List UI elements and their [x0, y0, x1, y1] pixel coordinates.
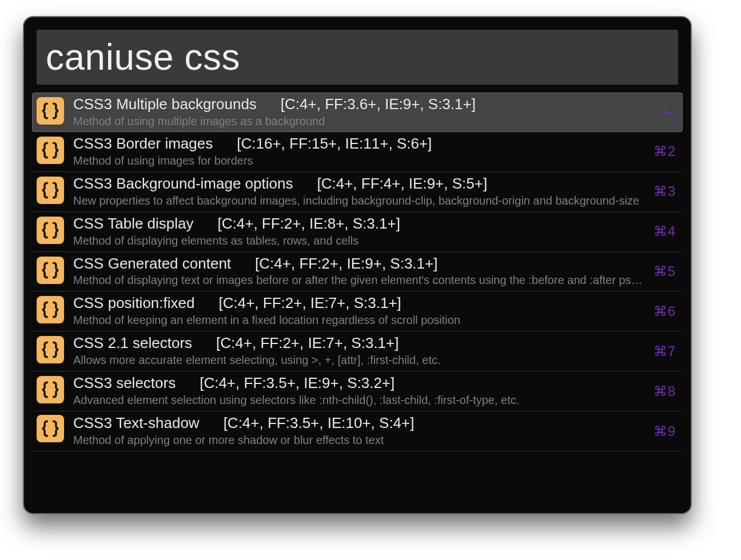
search-input[interactable]: [45, 35, 670, 79]
result-compat: [C:4+, FF:3.5+, IE:9+, S:3.2+]: [200, 375, 395, 392]
result-description: Method of keeping an element in a fixed …: [73, 313, 648, 327]
result-shortcut: ⌘6: [648, 303, 676, 319]
result-description: Method of applying one or more shadow or…: [73, 433, 648, 447]
result-shortcut: ⌘4: [648, 223, 676, 239]
result-description: New properties to affect background imag…: [73, 194, 648, 208]
result-row[interactable]: CSS3 Border images [C:16+, FF:15+, IE:11…: [32, 132, 683, 172]
result-description: Method of displaying text or images befo…: [73, 273, 648, 287]
result-text: CSS Table display [C:4+, FF:2+, IE:8+, S…: [73, 215, 648, 248]
results-list: CSS3 Multiple backgrounds [C:4+, FF:3.6+…: [32, 93, 683, 451]
result-shortcut: ⌘3: [648, 183, 676, 199]
result-shortcut: ⌘5: [648, 263, 676, 279]
braces-icon: [37, 415, 64, 442]
result-text: CSS3 Text-shadow [C:4+, FF:3.5+, IE:10+,…: [73, 415, 648, 447]
result-compat: [C:4+, FF:2+, IE:9+, S:3.1+]: [255, 255, 437, 273]
result-row[interactable]: CSS position:fixed [C:4+, FF:2+, IE:7+, …: [32, 291, 683, 331]
result-compat: [C:4+, FF:3.6+, IE:9+, S:3.1+]: [281, 96, 476, 113]
result-compat: [C:4+, FF:2+, IE:7+, S:3.1+]: [218, 295, 401, 312]
result-row[interactable]: CSS3 Text-shadow [C:4+, FF:3.5+, IE:10+,…: [32, 411, 683, 451]
braces-icon: [37, 97, 64, 125]
result-title: CSS3 Text-shadow: [73, 415, 200, 432]
result-shortcut: ⌘8: [648, 383, 676, 399]
result-row[interactable]: CSS3 Multiple backgrounds [C:4+, FF:3.6+…: [32, 93, 683, 132]
result-title: CSS Generated content: [73, 255, 231, 273]
result-description: Method of using images for borders: [73, 154, 648, 168]
result-compat: [C:4+, FF:4+, IE:9+, S:5+]: [317, 175, 487, 193]
result-text: CSS3 Multiple backgrounds [C:4+, FF:3.6+…: [73, 96, 657, 129]
result-compat: [C:4+, FF:2+, IE:8+, S:3.1+]: [218, 215, 400, 233]
result-compat: [C:4+, FF:3.5+, IE:10+, S:4+]: [224, 415, 415, 432]
result-title: CSS3 Multiple backgrounds: [73, 96, 257, 113]
result-row[interactable]: CSS Generated content [C:4+, FF:2+, IE:9…: [32, 252, 683, 292]
result-row[interactable]: CSS Table display [C:4+, FF:2+, IE:8+, S…: [32, 212, 683, 252]
result-description: Advanced element selection using selecto…: [73, 393, 648, 407]
result-title: CSS position:fixed: [73, 295, 194, 312]
braces-icon: [37, 296, 64, 323]
result-text: CSS3 selectors [C:4+, FF:3.5+, IE:9+, S:…: [73, 375, 648, 407]
result-row[interactable]: CSS 2.1 selectors [C:4+, FF:2+, IE:7+, S…: [32, 331, 683, 371]
braces-icon: [37, 257, 64, 284]
result-description: Method of using multiple images as a bac…: [73, 114, 657, 129]
result-row[interactable]: CSS3 Background-image options [C:4+, FF:…: [32, 172, 683, 212]
result-title: CSS 2.1 selectors: [73, 335, 192, 352]
result-compat: [C:16+, FF:15+, IE:11+, S:6+]: [237, 135, 432, 153]
result-text: CSS 2.1 selectors [C:4+, FF:2+, IE:7+, S…: [73, 335, 648, 367]
result-shortcut: ⌘2: [648, 143, 676, 159]
braces-icon: [37, 376, 64, 403]
result-text: CSS position:fixed [C:4+, FF:2+, IE:7+, …: [73, 295, 648, 327]
search-bar: [37, 30, 678, 85]
result-compat: [C:4+, FF:2+, IE:7+, S:3.1+]: [216, 335, 399, 352]
launcher-window: CSS3 Multiple backgrounds [C:4+, FF:3.6+…: [23, 16, 692, 514]
braces-icon: [37, 336, 64, 363]
result-shortcut: ⌘9: [648, 423, 676, 439]
result-title: CSS3 selectors: [73, 375, 176, 392]
result-shortcut: ↩: [657, 103, 676, 121]
result-title: CSS Table display: [73, 215, 194, 233]
result-text: CSS3 Border images [C:16+, FF:15+, IE:11…: [73, 135, 648, 168]
braces-icon: [37, 217, 64, 244]
result-text: CSS3 Background-image options [C:4+, FF:…: [73, 175, 648, 208]
result-shortcut: ⌘7: [648, 343, 676, 359]
result-text: CSS Generated content [C:4+, FF:2+, IE:9…: [73, 255, 648, 288]
braces-icon: [37, 137, 64, 164]
result-row[interactable]: CSS3 selectors [C:4+, FF:3.5+, IE:9+, S:…: [32, 371, 683, 411]
braces-icon: [37, 177, 64, 204]
result-title: CSS3 Background-image options: [73, 175, 293, 193]
result-description: Allows more accurate element selecting, …: [73, 353, 648, 367]
result-description: Method of displaying elements as tables,…: [73, 234, 648, 248]
result-title: CSS3 Border images: [73, 135, 213, 153]
